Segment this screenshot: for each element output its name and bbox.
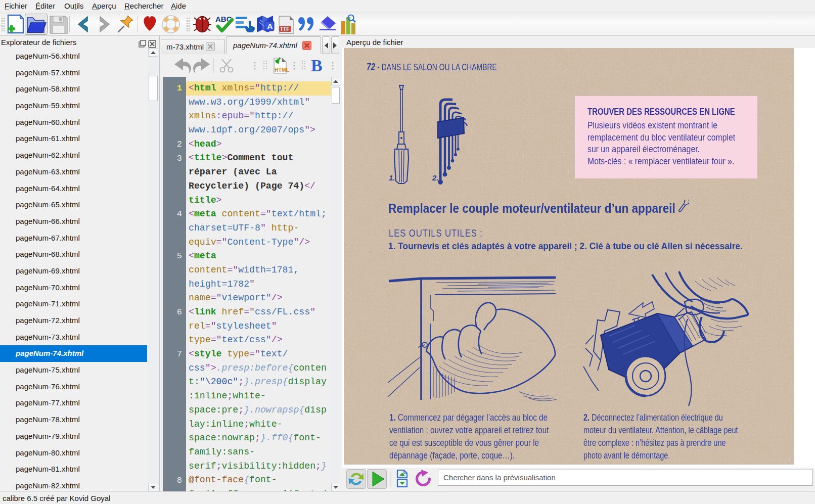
svg-text:A: A [267, 22, 273, 30]
svg-text:B: B [311, 56, 323, 75]
svg-text:1.: 1. [389, 173, 395, 182]
svg-text:TTF: TTF [280, 26, 289, 32]
svg-text:HTML: HTML [275, 67, 290, 73]
svg-text:2.: 2. [432, 173, 439, 182]
